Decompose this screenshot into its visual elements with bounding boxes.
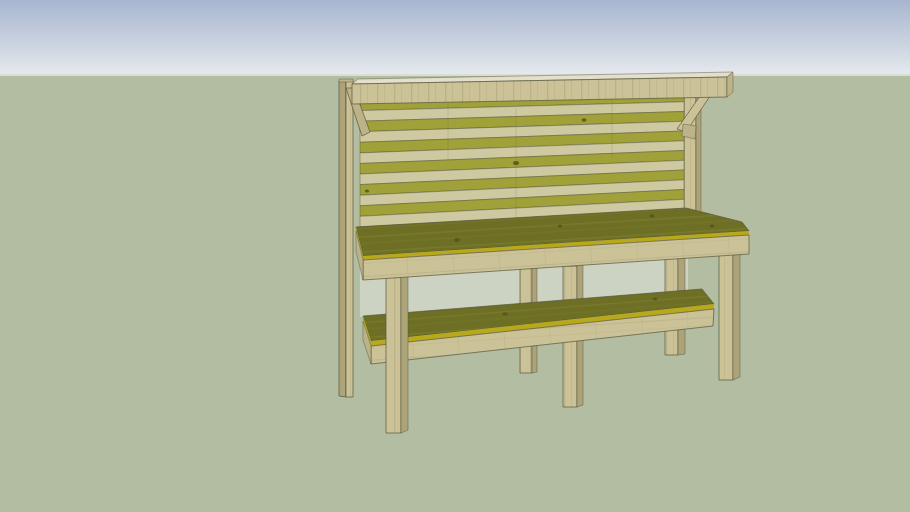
rear-left-post — [339, 79, 353, 397]
model-viewport[interactable] — [0, 0, 910, 512]
wood-knot — [653, 297, 658, 300]
wood-knot — [454, 238, 460, 242]
wood-knot — [365, 189, 369, 192]
wood-knot — [558, 225, 563, 228]
wood-knot — [710, 225, 714, 228]
wood-knot — [502, 312, 508, 316]
back-panel-slats — [360, 92, 684, 227]
front-left-leg — [386, 275, 408, 433]
model-stage — [0, 0, 910, 512]
front-right-leg — [719, 250, 740, 380]
wood-knot — [513, 161, 519, 165]
wood-knot — [649, 214, 654, 217]
sky — [0, 0, 910, 76]
wood-knot — [582, 118, 587, 121]
